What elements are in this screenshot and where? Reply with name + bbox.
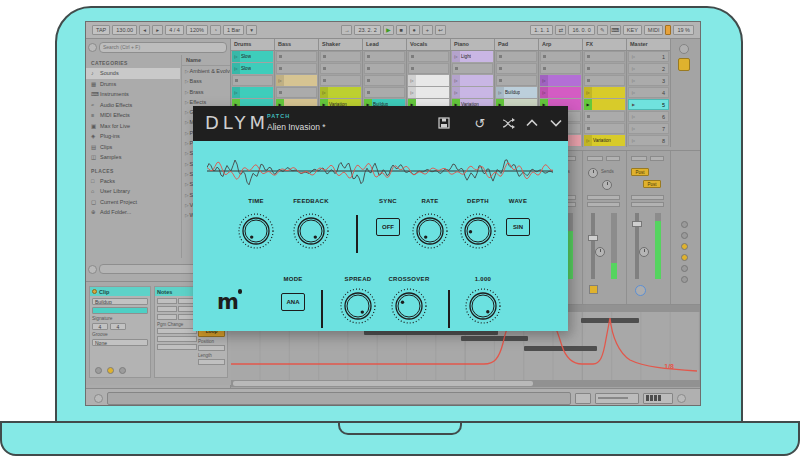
record-icon[interactable]: ● bbox=[409, 25, 420, 36]
nudge-down-icon[interactable]: ◂ bbox=[139, 25, 150, 36]
toolbar-field-tap[interactable]: TAP bbox=[92, 25, 110, 36]
clip-slot[interactable]: ▷ bbox=[584, 87, 625, 98]
crossfade-assign-button[interactable] bbox=[681, 276, 688, 283]
clip-launch-button-1[interactable] bbox=[95, 367, 102, 374]
clip-launch-icon[interactable]: ▷ bbox=[276, 75, 284, 86]
randomize-icon[interactable] bbox=[500, 115, 516, 131]
crossfade-assign-button[interactable] bbox=[681, 232, 688, 239]
empty-clip-slot[interactable] bbox=[276, 87, 317, 98]
play-icon[interactable]: ▶ bbox=[383, 25, 394, 36]
1-000-knob[interactable] bbox=[455, 287, 511, 329]
clip-slot[interactable]: ▷ bbox=[408, 87, 449, 98]
clip-slot[interactable]: ▷Light bbox=[452, 51, 493, 62]
session-scroll-button[interactable] bbox=[679, 44, 689, 54]
volume-fader-handle[interactable] bbox=[632, 221, 642, 227]
track-header-bass[interactable]: Bass bbox=[275, 39, 318, 51]
clip-slot[interactable]: ▷ bbox=[320, 87, 361, 98]
toolbar-field-16-0-0[interactable]: 16. 0. 0 bbox=[568, 25, 594, 36]
empty-clip-slot[interactable] bbox=[276, 51, 317, 62]
clip-launch-icon[interactable]: ▷ bbox=[540, 75, 548, 86]
crossover-knob[interactable] bbox=[381, 287, 437, 329]
clip-launch-icon[interactable]: ▷ bbox=[584, 135, 592, 146]
clip-activator-icon[interactable] bbox=[92, 289, 97, 294]
empty-clip-slot[interactable] bbox=[320, 63, 361, 74]
scene-slot-5[interactable]: ▶5 bbox=[628, 99, 669, 110]
crossfade-assign-button[interactable] bbox=[681, 221, 688, 228]
bank-select[interactable] bbox=[157, 328, 197, 334]
sidebar-item-current-project[interactable]: ▢Current Project bbox=[86, 197, 180, 208]
sidebar-item-instruments[interactable]: ⌨Instruments bbox=[86, 89, 180, 100]
stop-icon[interactable]: ■ bbox=[396, 25, 407, 36]
clip-launch-icon[interactable]: ▷ bbox=[320, 87, 328, 98]
scene-slot-7[interactable]: ▷7 bbox=[628, 123, 669, 134]
draw-mode-icon[interactable]: ✎ bbox=[597, 25, 608, 36]
toolbar-field-23-2-2[interactable]: 23. 2. 2 bbox=[354, 25, 380, 36]
clip-name-field[interactable]: Buildup bbox=[92, 298, 148, 305]
empty-clip-slot[interactable] bbox=[496, 51, 537, 62]
empty-clip-slot[interactable] bbox=[276, 63, 317, 74]
crossfade-assign-button[interactable] bbox=[681, 265, 688, 272]
post-toggle-b[interactable]: Post bbox=[643, 180, 661, 188]
sidebar-item-add-folder[interactable]: ⊕Add Folder... bbox=[86, 207, 180, 218]
empty-clip-slot[interactable] bbox=[408, 63, 449, 74]
sidebar-item-packs[interactable]: □Packs bbox=[86, 176, 180, 187]
toolbar-field-key[interactable]: KEY bbox=[623, 25, 642, 36]
spread-knob[interactable] bbox=[330, 287, 386, 329]
clip-slot[interactable]: ▷ bbox=[452, 87, 493, 98]
empty-clip-slot[interactable] bbox=[540, 63, 581, 74]
routing-chip[interactable] bbox=[587, 202, 620, 207]
sync-button[interactable]: OFF bbox=[376, 218, 400, 236]
browser-result-bass[interactable]: ▷Bass bbox=[182, 76, 230, 86]
track-header-drums[interactable]: Drums bbox=[231, 39, 274, 51]
mini-keyboard-widget[interactable] bbox=[643, 393, 673, 404]
clip-launch-button-2[interactable] bbox=[107, 367, 114, 374]
empty-clip-slot[interactable] bbox=[364, 63, 405, 74]
clip-launch-button-3[interactable] bbox=[119, 367, 126, 374]
clip-launch-icon[interactable]: ▷ bbox=[540, 87, 548, 98]
clip-slot[interactable]: ▷Slow bbox=[232, 63, 273, 74]
cue-volume-knob[interactable] bbox=[635, 285, 646, 296]
clip-slot[interactable]: ▷ bbox=[276, 75, 317, 86]
routing-chip[interactable] bbox=[631, 195, 664, 200]
notes-chip[interactable] bbox=[157, 314, 177, 320]
io-chip[interactable] bbox=[587, 156, 603, 161]
clip-color-picker[interactable] bbox=[92, 307, 148, 314]
quantize-menu-icon[interactable]: ▾ bbox=[246, 25, 257, 36]
nudge-up-icon[interactable]: ▸ bbox=[152, 25, 163, 36]
time-knob[interactable] bbox=[228, 212, 284, 254]
track-header-pad[interactable]: Pad bbox=[495, 39, 538, 51]
empty-clip-slot[interactable] bbox=[584, 75, 625, 86]
clip-slot[interactable]: ▷ bbox=[232, 87, 273, 98]
clip-slot[interactable]: ▷ bbox=[408, 75, 449, 86]
pan-knob[interactable] bbox=[639, 247, 649, 257]
volume-fader-track[interactable] bbox=[591, 213, 595, 279]
empty-clip-slot[interactable] bbox=[364, 51, 405, 62]
io-chip[interactable] bbox=[631, 156, 647, 161]
clip-launch-icon[interactable]: ▷ bbox=[452, 51, 460, 62]
clip-slot[interactable]: ▷ bbox=[540, 87, 581, 98]
mini-fader-widget[interactable] bbox=[595, 393, 639, 404]
track-header-arp[interactable]: Arp bbox=[539, 39, 582, 51]
chevron-down-icon[interactable] bbox=[548, 115, 564, 131]
track-header-vocals[interactable]: Vocals bbox=[407, 39, 450, 51]
sidebar-item-user-library[interactable]: ⌂User Library bbox=[86, 186, 180, 197]
send-a-knob[interactable] bbox=[588, 168, 598, 178]
sidebar-item-audio-effects[interactable]: ≈Audio Effects bbox=[86, 100, 180, 111]
track-activator-button[interactable] bbox=[589, 285, 598, 294]
clip-slot[interactable]: ▷ bbox=[452, 75, 493, 86]
clip-launch-icon[interactable]: ▷ bbox=[452, 87, 460, 98]
undo-icon[interactable]: ↺ bbox=[472, 115, 488, 131]
sidebar-item-plug-ins[interactable]: ◈Plug-ins bbox=[86, 131, 180, 142]
empty-clip-slot[interactable] bbox=[320, 75, 361, 86]
scene-slot-6[interactable]: ▷6 bbox=[628, 111, 669, 122]
scene-slot-8[interactable]: ▷8 bbox=[628, 135, 669, 146]
empty-clip-slot[interactable] bbox=[496, 75, 537, 86]
sidebar-item-midi-effects[interactable]: ≡MIDI Effects bbox=[86, 110, 180, 121]
scene-slot-4[interactable]: ▷4 bbox=[628, 87, 669, 98]
track-header-lead[interactable]: Lead bbox=[363, 39, 406, 51]
clip-launch-icon[interactable]: ▷ bbox=[452, 75, 460, 86]
scene-slot-3[interactable]: ▷3 bbox=[628, 75, 669, 86]
empty-clip-slot[interactable] bbox=[232, 75, 273, 86]
empty-clip-slot[interactable] bbox=[584, 51, 625, 62]
sub-bank-select[interactable] bbox=[157, 336, 197, 342]
